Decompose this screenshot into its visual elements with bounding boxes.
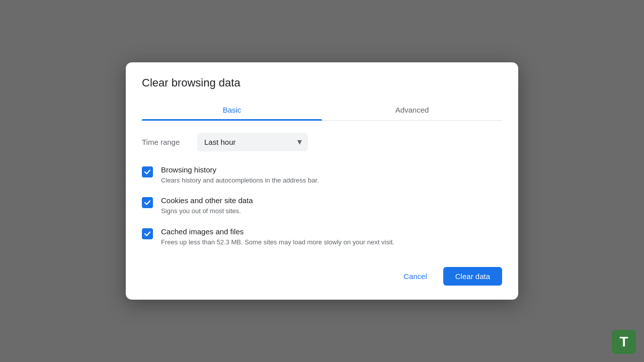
cache-checkbox-box[interactable] [142,228,153,239]
browsing-history-label: Browsing history [161,165,502,174]
watermark-badge: T [612,330,636,354]
check-icon [144,199,151,206]
check-icon [144,230,151,237]
cookies-checkbox[interactable] [142,197,153,208]
tab-basic[interactable]: Basic [142,100,322,120]
browsing-history-desc: Clears history and autocompletions in th… [161,175,502,186]
tab-advanced[interactable]: Advanced [322,100,502,120]
time-range-select[interactable]: Last hour Last 24 hours Last 7 days Last… [197,133,308,151]
cookies-text: Cookies and other site data Signs you ou… [161,196,502,216]
cancel-button[interactable]: Cancel [393,267,437,286]
clear-data-button[interactable]: Clear data [443,267,502,286]
dialog-title: Clear browsing data [142,76,502,89]
cookies-item: Cookies and other site data Signs you ou… [142,196,502,216]
watermark-letter: T [619,334,628,350]
time-range-select-wrapper: Last hour Last 24 hours Last 7 days Last… [197,133,308,151]
cache-label: Cached images and files [161,227,502,236]
cache-checkbox[interactable] [142,228,153,239]
clear-browsing-data-dialog: Clear browsing data Basic Advanced Time … [126,62,518,300]
browsing-history-item: Browsing history Clears history and auto… [142,165,502,186]
time-range-row: Time range Last hour Last 24 hours Last … [142,133,502,151]
tab-bar: Basic Advanced [142,100,502,121]
check-icon [144,168,151,175]
browsing-history-checkbox[interactable] [142,166,153,177]
dialog-footer: Cancel Clear data [126,257,518,300]
dialog-header: Clear browsing data Basic Advanced [126,62,518,121]
cache-text: Cached images and files Frees up less th… [161,227,502,247]
dialog-body: Time range Last hour Last 24 hours Last … [126,121,518,257]
cache-desc: Frees up less than 52.3 MB. Some sites m… [161,237,502,247]
cookies-desc: Signs you out of most sites. [161,206,502,216]
cookies-label: Cookies and other site data [161,196,502,205]
cache-item: Cached images and files Frees up less th… [142,227,502,247]
browsing-history-text: Browsing history Clears history and auto… [161,165,502,186]
browsing-history-checkbox-box[interactable] [142,166,153,177]
time-range-label: Time range [142,138,187,146]
background: Clear browsing data Basic Advanced Time … [0,0,644,362]
cookies-checkbox-box[interactable] [142,197,153,208]
